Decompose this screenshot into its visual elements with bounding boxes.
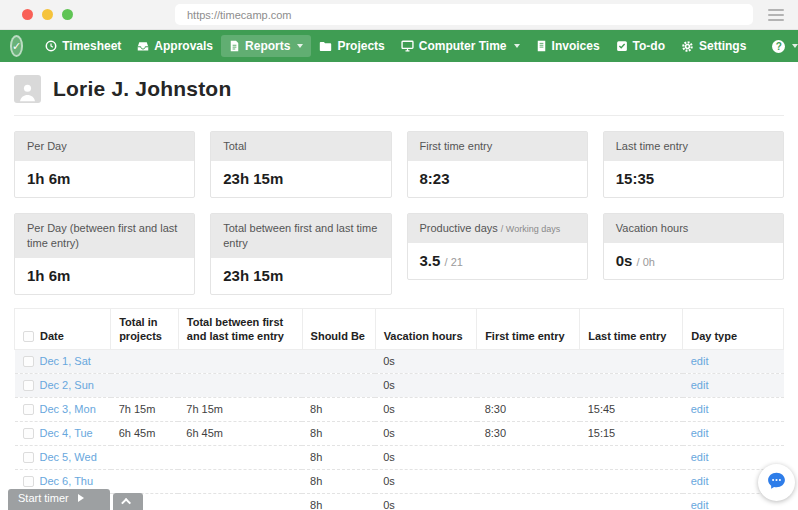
- row-checkbox[interactable]: [23, 476, 34, 487]
- column-header-total-in-projects: Total in projects: [111, 308, 179, 350]
- card-value: 15:35: [604, 161, 783, 197]
- todo-checkbox-icon: [616, 40, 628, 52]
- edit-link[interactable]: edit: [691, 451, 709, 463]
- profile-avatar: [14, 75, 41, 103]
- nav-item-timesheet[interactable]: Timesheet: [37, 35, 129, 57]
- nav-item-todo[interactable]: To-do: [608, 35, 673, 57]
- monitor-icon: [401, 40, 414, 52]
- edit-link[interactable]: edit: [691, 355, 709, 367]
- row-checkbox[interactable]: [23, 452, 34, 463]
- timecamp-logo-icon[interactable]: ✓: [10, 35, 23, 57]
- attendance-table: Date Total in projects Total between fir…: [14, 308, 784, 510]
- settings-button[interactable]: Settings: [673, 35, 754, 57]
- chevron-down-icon: [792, 44, 798, 48]
- page-title: Lorie J. Johnston: [53, 77, 231, 101]
- date-link[interactable]: Dec 2, Sun: [40, 379, 94, 391]
- main-navbar: ✓ Timesheet Approvals Reports Projects C…: [0, 30, 798, 62]
- row-checkbox[interactable]: [23, 356, 34, 367]
- card-label: Last time entry: [604, 132, 783, 161]
- card-last-time-entry: Last time entry 15:35: [603, 131, 784, 198]
- summary-cards: Per Day 1h 6m Total 23h 15m First time e…: [14, 131, 784, 295]
- help-icon: ?: [772, 40, 785, 53]
- card-label: Vacation hours: [604, 214, 783, 243]
- table-row: Dec 4, Tue 6h 45m 6h 45m 8h 0s 8:30 15:1…: [15, 422, 784, 446]
- nav-item-reports[interactable]: Reports: [221, 35, 311, 57]
- nav-item-approvals[interactable]: Approvals: [129, 35, 221, 57]
- column-header-total-between: Total between first and last time entry: [178, 308, 302, 350]
- start-timer-label: Start timer: [18, 492, 69, 504]
- browser-topbar: https://timecamp.com: [0, 0, 798, 30]
- card-value: 3.5 / 21: [408, 243, 587, 279]
- folder-icon: [319, 41, 332, 52]
- browser-menu-icon[interactable]: [768, 9, 784, 21]
- table-header-row: Date Total in projects Total between fir…: [15, 308, 784, 350]
- date-link[interactable]: Dec 1, Sat: [40, 355, 91, 367]
- nav-label: Invoices: [552, 39, 600, 53]
- nav-item-computer-time[interactable]: Computer Time: [393, 35, 528, 57]
- card-label: Per Day: [15, 132, 194, 161]
- close-window-button[interactable]: [22, 9, 33, 20]
- minimize-window-button[interactable]: [42, 9, 53, 20]
- nav-label: Timesheet: [62, 39, 121, 53]
- chevron-up-icon: [121, 498, 131, 508]
- address-bar[interactable]: https://timecamp.com: [175, 4, 753, 25]
- table-row: Dec 5, Wed 8h 0s edit: [15, 446, 784, 470]
- inbox-icon: [137, 40, 149, 52]
- start-timer-button[interactable]: Start timer: [8, 489, 110, 510]
- report-document-icon: [229, 40, 240, 52]
- row-checkbox[interactable]: [23, 404, 34, 415]
- nav-label: Projects: [337, 39, 384, 53]
- date-link[interactable]: Dec 3, Mon: [40, 403, 96, 415]
- chevron-down-icon: [297, 44, 303, 48]
- window-controls: [22, 9, 73, 20]
- date-link[interactable]: Dec 5, Wed: [40, 451, 97, 463]
- card-value-suffix: / 0h: [637, 256, 655, 268]
- date-link[interactable]: Dec 4, Tue: [40, 427, 93, 439]
- profile-header: Lorie J. Johnston: [14, 62, 784, 116]
- row-checkbox[interactable]: [23, 380, 34, 391]
- column-header-last-time-entry: Last time entry: [580, 308, 683, 350]
- nav-item-projects[interactable]: Projects: [311, 35, 392, 57]
- navbar-right: Settings ? Lorie J. Johnston: [673, 35, 798, 58]
- card-total-between: Total between first and last time entry …: [210, 213, 391, 295]
- card-value: 23h 15m: [211, 258, 390, 294]
- chat-launcher-button[interactable]: [758, 464, 795, 501]
- edit-link[interactable]: edit: [691, 427, 709, 439]
- timer-expand-button[interactable]: [113, 493, 143, 510]
- report-content: Lorie J. Johnston Per Day 1h 6m Total 23…: [0, 62, 798, 510]
- maximize-window-button[interactable]: [62, 9, 73, 20]
- edit-link[interactable]: edit: [691, 403, 709, 415]
- table-row: Dec 3, Mon 7h 15m 7h 15m 8h 0s 8:30 15:4…: [15, 398, 784, 422]
- nav-item-invoices[interactable]: Invoices: [528, 35, 608, 57]
- app-window: https://timecamp.com ✓ Timesheet Approva…: [0, 0, 798, 510]
- card-label: First time entry: [408, 132, 587, 161]
- card-total: Total 23h 15m: [210, 131, 391, 198]
- card-per-day: Per Day 1h 6m: [14, 131, 195, 198]
- card-value: 1h 6m: [15, 258, 194, 294]
- nav-label: Reports: [245, 39, 290, 53]
- card-per-day-between: Per Day (between first and last time ent…: [14, 213, 195, 295]
- card-label: Total between first and last time entry: [211, 214, 390, 258]
- settings-label: Settings: [699, 39, 746, 53]
- card-label: Per Day (between first and last time ent…: [15, 214, 194, 258]
- row-checkbox[interactable]: [23, 428, 34, 439]
- edit-link[interactable]: edit: [691, 499, 709, 510]
- card-value-suffix: / 21: [445, 256, 463, 268]
- card-value: 8:23: [408, 161, 587, 197]
- timer-widget: Start timer: [8, 489, 143, 510]
- invoice-document-icon: [536, 40, 547, 52]
- card-value: 1h 6m: [15, 161, 194, 197]
- chat-bubble-icon: [766, 470, 787, 495]
- select-all-checkbox[interactable]: [23, 331, 34, 342]
- card-productive-days: Productive days / Working days 3.5 / 21: [407, 213, 588, 280]
- nav-label: Approvals: [154, 39, 213, 53]
- card-value: 23h 15m: [211, 161, 390, 197]
- nav-label: Computer Time: [419, 39, 507, 53]
- card-first-time-entry: First time entry 8:23: [407, 131, 588, 198]
- gear-icon: [681, 40, 694, 53]
- edit-link[interactable]: edit: [691, 379, 709, 391]
- chevron-down-icon: [514, 44, 520, 48]
- help-menu[interactable]: ?: [764, 36, 798, 57]
- edit-link[interactable]: edit: [691, 475, 709, 487]
- date-link[interactable]: Dec 6, Thu: [40, 475, 94, 487]
